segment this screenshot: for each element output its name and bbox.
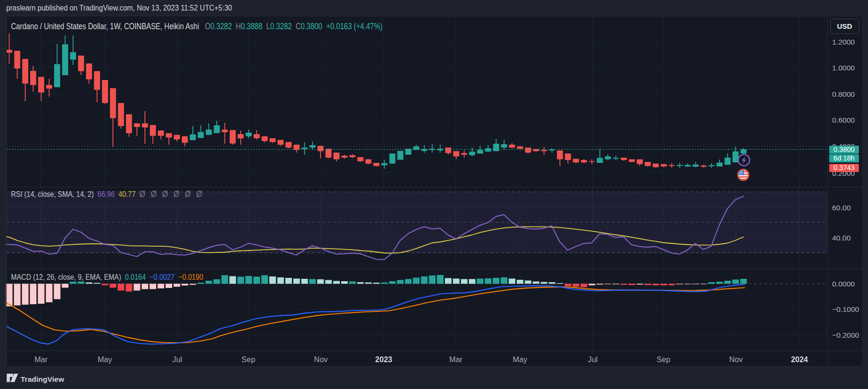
svg-text:TradingView: TradingView xyxy=(21,375,65,383)
